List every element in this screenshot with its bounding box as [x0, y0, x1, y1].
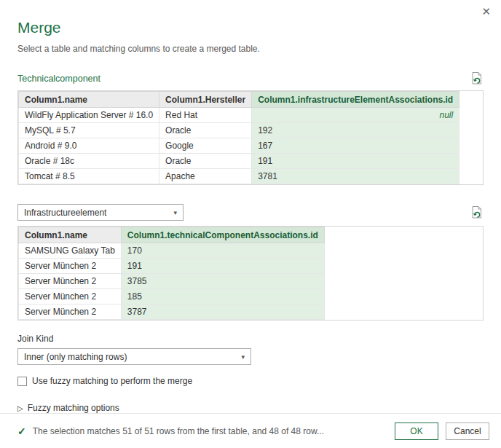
table1-header-row: Technicalcomponent — [17, 71, 484, 85]
join-kind-select[interactable]: Inner (only matching rows) ▾ — [17, 348, 251, 365]
table2-selector-value: Infrastructureelement — [24, 208, 106, 218]
column-header[interactable]: Column1.Hersteller — [159, 92, 252, 108]
table2-selector[interactable]: Infrastructureelement ▾ — [17, 204, 184, 221]
table-cell: MySQL # 5.7 — [19, 123, 159, 138]
table-row: Server München 23785 — [19, 274, 325, 289]
fuzzy-checkbox-row: Use fuzzy matching to perform the merge — [17, 376, 484, 386]
table-cell: 3785 — [121, 274, 324, 289]
table-row: Android # 9.0Google167 — [19, 138, 459, 154]
join-kind-label: Join Kind — [17, 334, 484, 344]
table-cell: 185 — [121, 289, 324, 304]
table-cell: SAMSUNG Galaxy Tab — [19, 243, 122, 259]
column-header[interactable]: Column1.technicalComponentAssociations.i… — [121, 227, 324, 243]
table-row: WildFly Application Server # 16.0Red Hat… — [19, 108, 459, 123]
table-cell: WildFly Application Server # 16.0 — [19, 108, 159, 123]
header-row: Column1.nameColumn1.technicalComponentAs… — [19, 227, 325, 243]
match-status-text: The selection matches 51 of 51 rows from… — [33, 426, 395, 436]
table1-container: Column1.nameColumn1.HerstellerColumn1.in… — [17, 90, 484, 185]
table-cell: 192 — [252, 123, 459, 138]
fuzzy-options-label: Fuzzy matching options — [28, 403, 119, 413]
table-cell: 191 — [252, 154, 459, 169]
close-icon[interactable]: ✕ — [481, 6, 491, 17]
table-row: Server München 2185 — [19, 289, 325, 304]
dialog-subtitle: Select a table and matching columns to c… — [17, 44, 484, 54]
column-header[interactable]: Column1.name — [19, 92, 159, 108]
cancel-button[interactable]: Cancel — [446, 423, 489, 440]
fuzzy-checkbox-label: Use fuzzy matching to perform the merge — [32, 376, 192, 386]
table-cell: Android # 9.0 — [19, 138, 159, 154]
table2-container: Column1.nameColumn1.technicalComponentAs… — [17, 226, 484, 321]
table-cell: null — [252, 108, 459, 123]
page-title: Merge — [17, 19, 484, 36]
table-row: Server München 2191 — [19, 259, 325, 274]
expander-triangle-icon: ▷ — [17, 404, 23, 412]
table-cell: Server München 2 — [19, 274, 122, 289]
table-cell: Oracle — [159, 123, 252, 138]
table-cell: 191 — [121, 259, 324, 274]
success-check-icon: ✓ — [17, 425, 26, 437]
fuzzy-matching-checkbox[interactable] — [17, 377, 27, 386]
table-cell: Google — [159, 138, 252, 154]
table-cell: 167 — [252, 138, 459, 154]
table2: Column1.nameColumn1.technicalComponentAs… — [18, 227, 325, 320]
dialog-footer: ✓ The selection matches 51 of 51 rows fr… — [0, 413, 501, 448]
table-cell: Oracle — [159, 154, 252, 169]
table-cell: 170 — [121, 243, 324, 259]
table-row: Tomcat # 8.5Apache3781 — [19, 169, 459, 184]
chevron-down-icon: ▾ — [241, 353, 245, 361]
join-kind-value: Inner (only matching rows) — [24, 352, 127, 362]
table-row: SAMSUNG Galaxy Tab170 — [19, 243, 325, 259]
table-cell: 3781 — [252, 169, 459, 184]
table-row: Server München 23787 — [19, 304, 325, 320]
table1: Column1.nameColumn1.HerstellerColumn1.in… — [18, 91, 459, 184]
table-cell: Oracle # 18c — [19, 154, 159, 169]
fuzzy-options-expander[interactable]: ▷ Fuzzy matching options — [17, 403, 484, 413]
table-cell: Apache — [159, 169, 252, 184]
table-cell: 3787 — [121, 304, 324, 320]
refresh-preview-icon — [470, 205, 484, 219]
refresh-preview-icon[interactable] — [470, 71, 484, 85]
header-row: Column1.nameColumn1.HerstellerColumn1.in… — [19, 92, 459, 108]
table-cell: Tomcat # 8.5 — [19, 169, 159, 184]
table-cell: Server München 2 — [19, 259, 122, 274]
column-header[interactable]: Column1.infrastructureElementAssociation… — [252, 92, 459, 108]
column-header[interactable]: Column1.name — [19, 227, 122, 243]
table2-header-row: Infrastructureelement ▾ — [17, 204, 484, 221]
refresh-preview-icon[interactable] — [470, 205, 484, 219]
table-cell: Server München 2 — [19, 289, 122, 304]
table-cell: Red Hat — [159, 108, 252, 123]
table-row: Oracle # 18cOracle191 — [19, 154, 459, 169]
ok-button[interactable]: OK — [395, 423, 438, 440]
chevron-down-icon: ▾ — [173, 209, 177, 216]
merge-dialog: ✕ Merge Select a table and matching colu… — [0, 0, 501, 448]
table-row: MySQL # 5.7Oracle192 — [19, 123, 459, 138]
refresh-preview-icon — [470, 71, 484, 85]
table-cell: Server München 2 — [19, 304, 122, 320]
table1-label: Technicalcomponent — [17, 74, 100, 84]
